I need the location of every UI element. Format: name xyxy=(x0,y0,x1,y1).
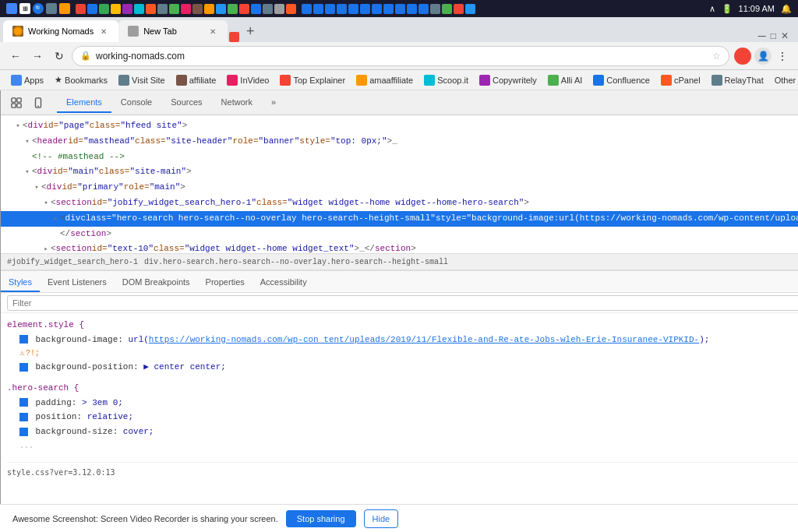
tb-row2-13[interactable] xyxy=(442,4,452,14)
bookmark-bookmarks[interactable]: ★ Bookmarks xyxy=(50,73,112,86)
html-line-comment-masthead[interactable]: <!-- #masthead --> xyxy=(1,150,798,165)
styles-tab-styles[interactable]: Styles xyxy=(1,273,40,292)
tb-icon-b14[interactable] xyxy=(239,4,249,14)
stop-sharing-button[interactable]: Stop sharing xyxy=(286,510,356,527)
tb-row2-10[interactable] xyxy=(407,4,417,14)
html-line-3[interactable]: <div id="main" class="site-main" > xyxy=(1,164,798,180)
os-search-icon[interactable]: 🔍 xyxy=(33,3,44,14)
tb-icon-b4[interactable] xyxy=(122,4,132,14)
bookmark-confluence[interactable]: Confluence xyxy=(588,73,655,87)
bookmark-invideo[interactable]: InVideo xyxy=(222,73,274,87)
bookmark-affiliate[interactable]: affiliate xyxy=(171,73,221,87)
devtools-tab-sources[interactable]: Sources xyxy=(161,93,211,113)
tb-row2-6[interactable] xyxy=(360,4,370,14)
bookmark-scoopit[interactable]: Scoop.it xyxy=(419,73,473,87)
tb-row2-2[interactable] xyxy=(313,4,323,14)
tb-row2-3[interactable] xyxy=(325,4,335,14)
reload-button[interactable]: ↻ xyxy=(50,47,69,65)
triangle-3[interactable] xyxy=(23,166,32,178)
triangle-6[interactable] xyxy=(51,213,60,225)
styles-tab-properties[interactable]: Properties xyxy=(198,273,252,292)
tb-row2-8[interactable] xyxy=(383,4,394,14)
os-notifications-icon[interactable]: 🔔 xyxy=(781,4,792,14)
html-line-5[interactable]: <section id="jobify_widget_search_hero-1… xyxy=(1,196,798,211)
html-line-7[interactable]: </section> xyxy=(1,227,798,242)
prop-checkbox-4[interactable] xyxy=(19,413,28,421)
hide-button[interactable]: Hide xyxy=(364,509,399,528)
devtools-tab-console[interactable]: Console xyxy=(111,93,161,113)
tb-icon-b17[interactable] xyxy=(274,4,284,14)
os-icon-1[interactable] xyxy=(6,3,17,14)
bookmark-other[interactable]: Other bookmarks › xyxy=(770,74,798,86)
styles-tab-event-listeners[interactable]: Event Listeners xyxy=(40,273,115,292)
tab-close-2[interactable]: ✕ xyxy=(207,26,218,37)
tab-working-nomads[interactable]: Working Nomads ✕ xyxy=(3,20,118,42)
styles-tab-accessibility[interactable]: Accessibility xyxy=(252,273,315,292)
tab-icon-x[interactable] xyxy=(229,32,239,42)
tb-icon-b3[interactable] xyxy=(111,4,121,14)
tb-icon-b12[interactable] xyxy=(216,4,226,14)
tb-icon-b16[interactable] xyxy=(263,4,273,14)
bookmark-relaythat[interactable]: RelayThat xyxy=(707,73,768,87)
bookmark-visitsite[interactable]: Visit Site xyxy=(114,73,170,87)
styles-filter-input[interactable] xyxy=(7,295,798,311)
bookmark-apps[interactable]: Apps xyxy=(6,73,48,87)
tb-row2-12[interactable] xyxy=(430,4,440,14)
tb-row2-4[interactable] xyxy=(337,4,347,14)
breadcrumb-search-hero[interactable]: #jobify_widget_search_hero-1 xyxy=(7,258,138,266)
devtools-tab-network[interactable]: Network xyxy=(212,93,262,113)
back-button[interactable]: ← xyxy=(6,47,25,65)
html-line-2[interactable]: <header id="masthead" class="site-header… xyxy=(1,134,798,150)
tb-row2-15[interactable] xyxy=(465,4,475,14)
os-icon-2[interactable]: ⊞ xyxy=(19,3,30,14)
tb-icon-b13[interactable] xyxy=(228,4,238,14)
triangle-5[interactable] xyxy=(41,197,51,210)
bookmark-alliai[interactable]: Alli AI xyxy=(543,73,588,87)
prop-checkbox-1[interactable] xyxy=(19,335,28,344)
bg-image-url-link[interactable]: https://working-nomads.com/wp-con tent/u… xyxy=(149,335,699,344)
prop-checkbox-3[interactable] xyxy=(19,398,28,407)
tb-icon-b7[interactable] xyxy=(157,4,168,14)
styles-tab-dom-breakpoints[interactable]: DOM Breakpoints xyxy=(115,273,198,292)
triangle-1[interactable] xyxy=(13,120,23,132)
extensions-icon[interactable] xyxy=(734,48,751,65)
html-line-4[interactable]: <div id="primary" role="main" > xyxy=(1,180,798,196)
menu-button[interactable]: ⋮ xyxy=(773,47,792,65)
star-icon[interactable]: ☆ xyxy=(712,51,721,62)
tb-icon-b5[interactable] xyxy=(134,4,144,14)
tb-row2-5[interactable] xyxy=(348,4,358,14)
browser-maximize[interactable]: □ xyxy=(771,30,776,41)
tb-row2-11[interactable] xyxy=(418,4,429,14)
devtools-inspect-button[interactable] xyxy=(7,93,26,112)
bookmark-copywritely[interactable]: Copywritely xyxy=(475,73,542,87)
devtools-mobile-button[interactable] xyxy=(29,93,48,112)
tb-icon-b8[interactable] xyxy=(169,4,179,14)
profile-icon[interactable]: 👤 xyxy=(754,48,772,65)
tb-row2-1[interactable] xyxy=(302,4,312,14)
new-tab-button[interactable]: + xyxy=(239,20,261,42)
devtools-tab-more[interactable]: » xyxy=(262,93,285,113)
tb-row2-7[interactable] xyxy=(372,4,382,14)
bookmark-amaaffiliate[interactable]: amaaffiliate xyxy=(351,73,418,87)
os-icon-4[interactable] xyxy=(59,3,70,14)
tb-icon-b6[interactable] xyxy=(146,4,156,14)
html-line-8[interactable]: <section id="text-10" class="widget widg… xyxy=(1,241,798,253)
tb-icon-b10[interactable] xyxy=(192,4,203,14)
prop-checkbox-2[interactable] xyxy=(19,363,28,372)
tb-icon-b15[interactable] xyxy=(251,4,261,14)
breadcrumb-div-hero[interactable]: div.hero-search.hero-search--no-overlay.… xyxy=(144,258,448,266)
tab-close-1[interactable]: ✕ xyxy=(98,26,109,37)
tb-icon-b18[interactable] xyxy=(286,4,296,14)
browser-close[interactable]: ✕ xyxy=(781,30,789,41)
forward-button[interactable]: → xyxy=(28,47,47,65)
os-icon-3[interactable] xyxy=(46,3,57,14)
bookmark-cpanel[interactable]: cPanel xyxy=(656,73,705,87)
address-bar[interactable]: 🔒 working-nomads.com ☆ xyxy=(72,46,729,66)
tb-row2-14[interactable] xyxy=(454,4,464,14)
triangle-2[interactable] xyxy=(23,136,32,148)
triangle-4[interactable] xyxy=(32,181,41,194)
tb-icon-b2[interactable] xyxy=(99,4,109,14)
tb-row2-9[interactable] xyxy=(395,4,405,14)
devtools-tab-elements[interactable]: Elements xyxy=(57,93,111,113)
prop-checkbox-5[interactable] xyxy=(19,428,28,436)
